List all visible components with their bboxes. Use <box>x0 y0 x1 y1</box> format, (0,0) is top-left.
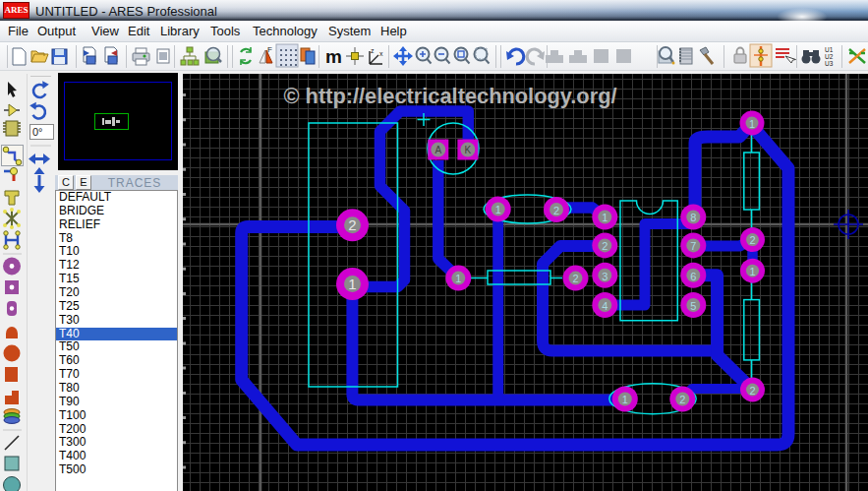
svg-text:7: 7 <box>690 240 696 252</box>
svg-text:2: 2 <box>749 234 755 246</box>
svg-text:U2: U2 <box>825 53 834 60</box>
svg-text:8: 8 <box>690 212 696 223</box>
svg-text:1: 1 <box>495 204 501 215</box>
svg-text:5: 5 <box>690 300 696 312</box>
svg-text:2: 2 <box>679 394 685 405</box>
svg-text:2: 2 <box>348 216 356 233</box>
svg-text:1: 1 <box>749 118 755 130</box>
svg-text:© http://electricaltechnology.: © http://electricaltechnology.org/ <box>283 84 616 108</box>
svg-text:1: 1 <box>455 273 461 284</box>
svg-text:F: F <box>267 45 272 54</box>
svg-text:3: 3 <box>602 271 608 282</box>
svg-text:1: 1 <box>622 394 628 405</box>
svg-text:z: z <box>371 47 375 54</box>
svg-text:1: 1 <box>602 212 608 223</box>
svg-text:U3: U3 <box>825 60 834 67</box>
svg-text:2: 2 <box>749 385 755 397</box>
svg-text:2: 2 <box>602 240 608 252</box>
svg-text:4: 4 <box>602 300 608 312</box>
svg-text:x: x <box>379 50 383 57</box>
svg-text:K: K <box>465 145 472 155</box>
svg-text:1: 1 <box>348 276 356 292</box>
svg-text:2: 2 <box>572 273 578 284</box>
svg-text:2: 2 <box>553 205 559 216</box>
svg-text:U1: U1 <box>825 46 834 53</box>
svg-text:1: 1 <box>749 266 755 277</box>
svg-text:m: m <box>325 46 342 67</box>
svg-text:6: 6 <box>690 271 696 282</box>
svg-text:A: A <box>434 145 441 155</box>
